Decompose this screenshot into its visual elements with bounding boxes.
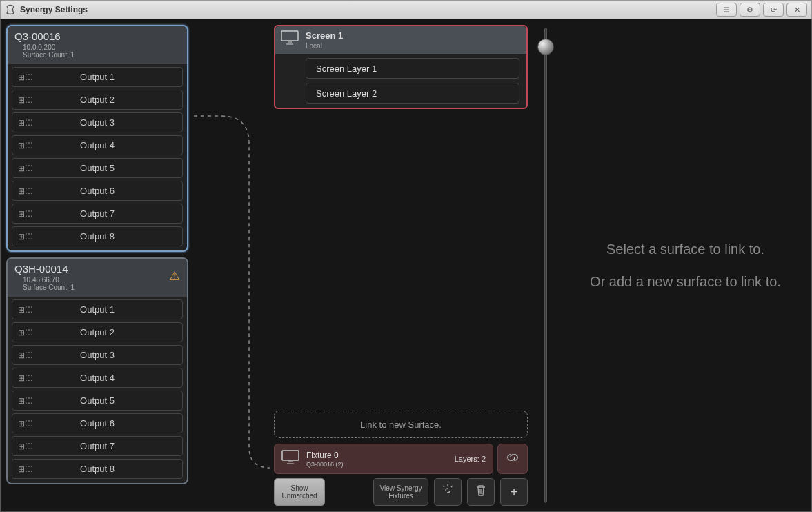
output-item[interactable]: ⊞⁚⁚⁚Output 6	[12, 181, 183, 201]
output-label: Output 6	[39, 418, 182, 429]
output-port-icon: ⊞⁚⁚⁚	[12, 186, 39, 196]
output-label: Output 1	[39, 304, 182, 315]
close-button[interactable]: ✕	[786, 3, 807, 17]
output-item[interactable]: ⊞⁚⁚⁚Output 7	[12, 204, 183, 224]
output-label: Output 7	[39, 441, 182, 451]
hint-line-2: Or add a new surface to link to.	[590, 274, 781, 290]
screen-subtitle: Local	[306, 42, 343, 50]
output-label: Output 4	[39, 373, 182, 383]
hint-line-1: Select a surface to link to.	[606, 242, 764, 257]
close-icon: ✕	[794, 6, 800, 14]
output-item[interactable]: ⊞⁚⁚⁚Output 1	[12, 67, 183, 87]
device-surface-count: Surface Count: 1	[23, 284, 180, 291]
output-item[interactable]: ⊞⁚⁚⁚Output 1	[12, 299, 183, 319]
settings-button[interactable]: ⚙	[740, 3, 760, 17]
btn-line1: View Synergy	[380, 484, 422, 492]
output-item[interactable]: ⊞⁚⁚⁚Output 2	[12, 322, 183, 342]
output-port-icon: ⊞⁚⁚⁚	[12, 396, 39, 406]
output-label: Output 8	[39, 464, 182, 474]
output-item[interactable]: ⊞⁚⁚⁚Output 5	[12, 391, 183, 411]
titlebar: Synergy Settings ⚙ ⟳ ✕	[0, 0, 812, 19]
output-port-icon: ⊞⁚⁚⁚	[12, 373, 39, 383]
output-item[interactable]: ⊞⁚⁚⁚Output 3	[12, 345, 183, 365]
warning-icon: ⚠	[169, 268, 180, 284]
unlink-button[interactable]	[434, 478, 462, 506]
output-port-icon: ⊞⁚⁚⁚	[12, 72, 39, 82]
output-item[interactable]: ⊞⁚⁚⁚Output 4	[12, 135, 183, 155]
output-item[interactable]: ⊞⁚⁚⁚Output 8	[12, 226, 183, 246]
output-item[interactable]: ⊞⁚⁚⁚Output 5	[12, 158, 183, 178]
output-label: Output 5	[39, 163, 182, 173]
device-group[interactable]: Q3H-00014 10.45.66.70 Surface Count: 1 ⚠…	[6, 257, 188, 484]
titlebar-buttons: ⚙ ⟳ ✕	[716, 3, 807, 17]
monitor-icon	[281, 450, 302, 468]
right-panel: Select a surface to link to. Or add a ne…	[560, 19, 811, 511]
output-item[interactable]: ⊞⁚⁚⁚Output 8	[12, 459, 183, 479]
refresh-button[interactable]: ⟳	[763, 3, 784, 17]
output-port-icon: ⊞⁚⁚⁚	[12, 118, 39, 128]
output-label: Output 2	[39, 95, 182, 105]
fixture-row: Fixture 0 Q3-00016 (2) Layers: 2	[274, 444, 528, 474]
view-synergy-fixtures-button[interactable]: View Synergy Fixtures	[373, 478, 428, 506]
output-item[interactable]: ⊞⁚⁚⁚Output 4	[12, 368, 183, 388]
output-port-icon: ⊞⁚⁚⁚	[12, 164, 39, 173]
output-item[interactable]: ⊞⁚⁚⁚Output 7	[12, 436, 183, 456]
screen-header: Screen 1 Local	[275, 26, 526, 54]
delete-button[interactable]	[467, 478, 495, 506]
output-label: Output 2	[39, 327, 182, 337]
output-label: Output 4	[39, 140, 182, 150]
output-port-icon: ⊞⁚⁚⁚	[12, 232, 39, 242]
plus-icon: +	[510, 484, 518, 500]
output-label: Output 3	[39, 350, 182, 360]
output-label: Output 6	[39, 186, 182, 196]
link-icon	[505, 450, 520, 468]
link-new-surface-drop[interactable]: Link to new Surface.	[274, 411, 528, 438]
output-port-icon: ⊞⁚⁚⁚	[12, 351, 39, 360]
device-group[interactable]: Q3-00016 10.0.0.200 Surface Count: 1 ⊞⁚⁚…	[6, 25, 188, 252]
output-item[interactable]: ⊞⁚⁚⁚Output 3	[12, 112, 183, 132]
output-port-icon: ⊞⁚⁚⁚	[12, 328, 39, 337]
svg-rect-1	[282, 451, 299, 460]
surfaces-panel: Screen 1 Local Screen Layer 1 Screen Lay…	[270, 19, 532, 511]
device-ip: 10.0.0.200	[23, 43, 180, 51]
output-item[interactable]: ⊞⁚⁚⁚Output 2	[12, 90, 183, 110]
add-button[interactable]: +	[500, 478, 528, 506]
window-title: Synergy Settings	[20, 5, 716, 14]
output-item[interactable]: ⊞⁚⁚⁚Output 6	[12, 413, 183, 433]
window-body: Q3-00016 10.0.0.200 Surface Count: 1 ⊞⁚⁚…	[0, 19, 812, 512]
output-port-icon: ⊞⁚⁚⁚	[12, 305, 39, 315]
fixture-subtitle: Q3-00016 (2)	[306, 461, 455, 468]
output-port-icon: ⊞⁚⁚⁚	[12, 464, 39, 474]
show-unmatched-button[interactable]: Show Unmatched	[274, 478, 325, 506]
layer-label: Screen Layer 1	[316, 63, 377, 74]
screen-card[interactable]: Screen 1 Local Screen Layer 1 Screen Lay…	[274, 25, 528, 109]
connector-line	[194, 19, 270, 502]
device-header: Q3-00016 10.0.0.200 Surface Count: 1	[8, 26, 187, 64]
fixture-card[interactable]: Fixture 0 Q3-00016 (2) Layers: 2	[274, 444, 493, 474]
connector-column	[194, 19, 270, 511]
screen-layer-item[interactable]: Screen Layer 1	[306, 58, 519, 79]
slider-track	[544, 28, 547, 503]
output-port-icon: ⊞⁚⁚⁚	[12, 419, 39, 429]
menu-button[interactable]	[716, 3, 737, 17]
monitor-icon	[281, 30, 301, 48]
fixture-name: Fixture 0	[306, 451, 455, 460]
link-drop-label: Link to new Surface.	[360, 420, 442, 430]
device-name: Q3H-00014	[14, 263, 180, 275]
slider-knob[interactable]	[537, 39, 554, 55]
vertical-slider[interactable]	[532, 19, 560, 511]
device-ip: 10.45.66.70	[23, 276, 180, 284]
refresh-icon: ⟳	[771, 6, 777, 14]
output-label: Output 3	[39, 117, 182, 128]
screen-layer-item[interactable]: Screen Layer 2	[306, 83, 519, 104]
btn-line2: Fixtures	[388, 492, 413, 500]
device-header: Q3H-00014 10.45.66.70 Surface Count: 1 ⚠	[8, 259, 187, 297]
link-button[interactable]	[497, 444, 528, 474]
device-name: Q3-00016	[14, 30, 180, 42]
app-logo-icon	[5, 4, 16, 15]
output-label: Output 1	[39, 72, 182, 82]
output-port-icon: ⊞⁚⁚⁚	[12, 95, 39, 105]
output-label: Output 7	[39, 208, 182, 219]
output-port-icon: ⊞⁚⁚⁚	[12, 209, 39, 219]
bottom-button-row: Show Unmatched View Synergy Fixtures +	[274, 478, 528, 506]
